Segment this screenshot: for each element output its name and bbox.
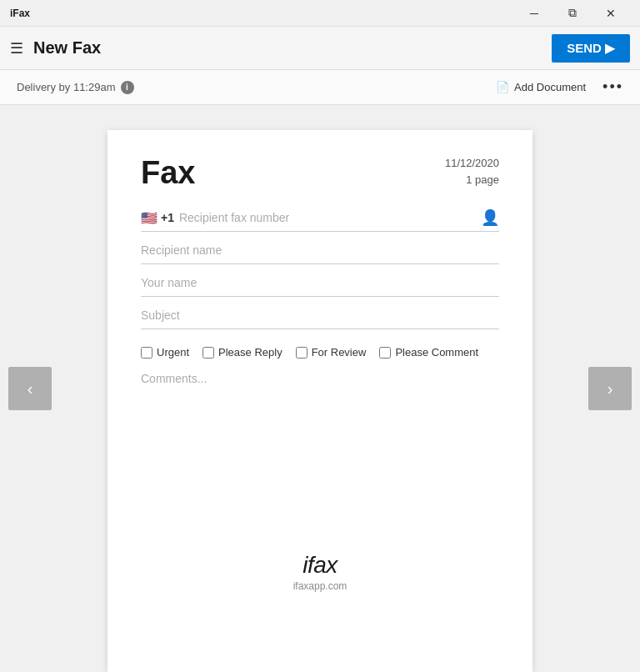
delivery-info: Delivery by 11:29am i xyxy=(17,81,134,94)
header-bar: ☰ New Fax SEND ▶ xyxy=(0,27,640,70)
ifax-brand-text: fax xyxy=(308,552,338,578)
checkbox-for-review[interactable]: For Review xyxy=(296,346,367,359)
urgent-label: Urgent xyxy=(157,346,189,359)
add-document-label: Add Document xyxy=(514,81,586,93)
page-title: New Fax xyxy=(33,38,542,58)
fax-pages: 1 page xyxy=(445,172,499,188)
flag-emoji: 🇺🇸 xyxy=(141,210,158,226)
please-reply-label: Please Reply xyxy=(218,346,282,359)
subject-input[interactable] xyxy=(141,302,499,329)
for-review-label: For Review xyxy=(312,346,367,359)
toolbar-right: 📄 Add Document ••• xyxy=(496,78,623,96)
fax-date-info: 11/12/2020 1 page xyxy=(445,155,499,188)
checkbox-please-comment[interactable]: Please Comment xyxy=(379,346,478,359)
country-prefix: 🇺🇸 +1 xyxy=(141,210,174,226)
ifax-brand: ifax xyxy=(141,552,499,579)
prev-page-button[interactable]: ‹ xyxy=(8,367,52,410)
fax-document: Fax 11/12/2020 1 page 🇺🇸 +1 👤 Urgen xyxy=(108,130,532,672)
title-bar: iFax ─ ⧉ ✕ xyxy=(0,0,640,27)
fax-title: Fax xyxy=(141,155,195,191)
please-comment-label: Please Comment xyxy=(395,346,478,359)
main-content: ‹ Fax 11/12/2020 1 page 🇺🇸 +1 👤 xyxy=(0,105,640,672)
recipient-fax-input[interactable] xyxy=(179,208,476,228)
window-controls: ─ ⧉ ✕ xyxy=(515,0,630,27)
next-page-button[interactable]: › xyxy=(588,367,632,410)
checkbox-please-reply[interactable]: Please Reply xyxy=(202,346,282,359)
toolbar: Delivery by 11:29am i 📄 Add Document ••• xyxy=(0,70,640,105)
delivery-text: Delivery by 11:29am xyxy=(17,81,116,93)
fax-footer: ifax ifaxapp.com xyxy=(141,535,499,592)
urgent-checkbox[interactable] xyxy=(141,347,152,359)
please-reply-checkbox[interactable] xyxy=(202,347,214,359)
more-options-button[interactable]: ••• xyxy=(602,78,623,96)
fax-date: 11/12/2020 xyxy=(445,155,499,172)
send-button[interactable]: SEND ▶ xyxy=(552,34,630,63)
contact-icon[interactable]: 👤 xyxy=(481,208,499,227)
recipient-fax-row: 🇺🇸 +1 👤 xyxy=(141,208,499,232)
fax-header: Fax 11/12/2020 1 page xyxy=(141,155,499,191)
hamburger-icon[interactable]: ☰ xyxy=(10,39,23,58)
please-comment-checkbox[interactable] xyxy=(379,347,391,359)
info-icon[interactable]: i xyxy=(121,81,134,94)
add-document-icon: 📄 xyxy=(496,81,509,93)
your-name-input[interactable] xyxy=(141,269,499,297)
app-title: iFax xyxy=(10,8,30,19)
checkboxes-row: Urgent Please Reply For Review Please Co… xyxy=(141,346,499,359)
for-review-checkbox[interactable] xyxy=(296,347,308,359)
country-code: +1 xyxy=(161,211,174,224)
close-button[interactable]: ✕ xyxy=(592,0,630,27)
checkbox-urgent[interactable]: Urgent xyxy=(141,346,189,359)
ifax-url: ifaxapp.com xyxy=(141,580,499,592)
add-document-button[interactable]: 📄 Add Document xyxy=(496,81,586,93)
minimize-button[interactable]: ─ xyxy=(515,0,553,27)
comments-input[interactable] xyxy=(141,372,499,399)
restore-button[interactable]: ⧉ xyxy=(553,0,592,27)
recipient-name-input[interactable] xyxy=(141,237,499,264)
